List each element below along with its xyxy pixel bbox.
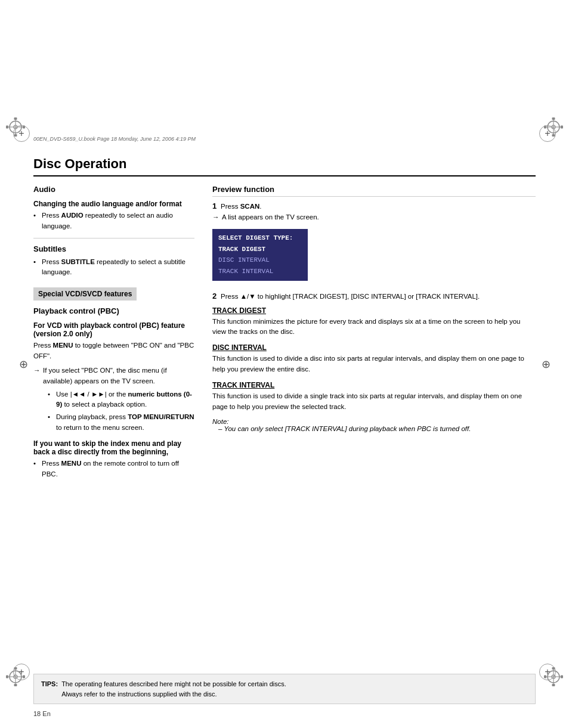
subtitles-bullet-list: Press SUBTITLE repeatedly to select a su… xyxy=(33,257,194,278)
playback-section: Playback control (PBC) For VCD with play… xyxy=(33,306,194,479)
pbc-sub-heading-1: For VCD with playback control (PBC) feat… xyxy=(33,321,194,338)
page-outer: ⊕ ⊕ 00EN_DVD-S659_U.book Page 18 Monday,… xyxy=(0,0,569,728)
audio-heading: Audio xyxy=(33,185,194,194)
tips-line-1: The operating features described here mi… xyxy=(61,679,286,689)
disc-interval-heading: DISC INTERVAL xyxy=(212,343,536,352)
track-digest-heading: TRACK DIGEST xyxy=(212,306,536,315)
svg-rect-4 xyxy=(14,117,17,120)
pbc-text-1: Press MENU to toggle between "PBC ON" an… xyxy=(33,340,194,362)
page-title-area: Disc Operation xyxy=(33,156,536,176)
reg-crosshair-tr xyxy=(539,125,556,142)
svg-rect-21 xyxy=(14,684,17,686)
col-right: Preview function 1 Press SCAN. A list ap… xyxy=(212,185,536,482)
col-left: Audio Changing the audio language and/or… xyxy=(33,185,194,482)
pbc-nested-list: Use |◄◄ / ►►| or the numeric buttons (0-… xyxy=(48,389,194,433)
step-1-arrow-item: A list appears on the TV screen. xyxy=(212,212,536,223)
step-1: 1 Press SCAN. A list appears on the TV s… xyxy=(212,202,536,287)
reg-crosshair-br xyxy=(539,664,556,680)
audio-bullet-list: Press AUDIO repeatedly to select an audi… xyxy=(33,210,194,232)
audio-section: Audio Changing the audio language and/or… xyxy=(33,185,194,232)
osd-line-3: DISC INTERVAL xyxy=(218,255,302,266)
svg-rect-22 xyxy=(6,676,8,679)
pbc-sub-heading-2: If you want to skip the index menu and p… xyxy=(33,439,194,456)
track-interval-text: This function is used to divide a single… xyxy=(212,391,536,413)
vcd-features-box: Special VCD/SVCD features xyxy=(33,287,137,301)
main-content: Disc Operation Audio Changing the audio … xyxy=(33,156,536,662)
center-mark-left: ⊕ xyxy=(18,359,29,370)
svg-rect-15 xyxy=(561,126,563,129)
pbc-arrow-item-1: If you select "PBC ON", the disc menu (i… xyxy=(33,365,194,433)
tips-line-2: Always refer to the instructions supplie… xyxy=(61,689,286,699)
step-1-arrow-list: A list appears on the TV screen. xyxy=(212,212,536,223)
note-section: Note: – You can only select [TRACK INTER… xyxy=(212,418,536,432)
track-digest-text: This function minimizes the picture for … xyxy=(212,317,536,338)
preview-heading: Preview function xyxy=(212,185,536,197)
svg-rect-29 xyxy=(552,684,555,686)
note-label: Note: xyxy=(212,418,536,425)
track-interval-section: TRACK INTERVAL This function is used to … xyxy=(212,381,536,413)
pbc-bullet-list-2: Press MENU on the remote control to turn… xyxy=(33,459,194,480)
audio-bullet-item-1: Press AUDIO repeatedly to select an audi… xyxy=(33,210,194,232)
subtitles-section: Subtitles Press SUBTITLE repeatedly to s… xyxy=(33,244,194,278)
track-digest-section: TRACK DIGEST This function minimizes the… xyxy=(212,306,536,338)
tips-text: The operating features described here mi… xyxy=(61,679,286,699)
svg-rect-31 xyxy=(561,676,563,679)
reg-crosshair-bl xyxy=(13,664,30,680)
svg-rect-6 xyxy=(6,126,8,129)
note-dash-text: You can only select [TRACK INTERVAL] dur… xyxy=(224,425,471,432)
subtitles-heading: Subtitles xyxy=(33,244,194,253)
disc-interval-text: This function is used to divide a disc i… xyxy=(212,354,536,375)
osd-line-1: SELECT DIGEST TYPE: xyxy=(218,233,302,244)
pbc-arrow-list: If you select "PBC ON", the disc menu (i… xyxy=(33,365,194,433)
two-col-layout: Audio Changing the audio language and/or… xyxy=(33,185,536,482)
reg-crosshair-tl xyxy=(13,125,30,142)
osd-line-4: TRACK INTERVAL xyxy=(218,266,302,277)
pbc-bullet-item-2: Press MENU on the remote control to turn… xyxy=(33,459,194,480)
step-2: 2 Press ▲/▼ to highlight [TRACK DIGEST],… xyxy=(212,292,536,301)
track-interval-heading: TRACK INTERVAL xyxy=(212,381,536,389)
file-info: 00EN_DVD-S659_U.book Page 18 Monday, Jun… xyxy=(33,136,196,142)
step-1-text: Press SCAN. xyxy=(219,203,262,210)
pbc-nested-item-1: Use |◄◄ / ►►| or the numeric buttons (0-… xyxy=(48,389,194,411)
tips-box: TIPS: The operating features described h… xyxy=(33,674,536,704)
svg-rect-12 xyxy=(552,117,555,120)
osd-line-2: TRACK DIGEST xyxy=(218,244,302,255)
osd-display-box: SELECT DIGEST TYPE: TRACK DIGEST DISC IN… xyxy=(212,229,308,281)
pbc-nested-item-2: During playback, press TOP MENU/RETURN t… xyxy=(48,412,194,433)
center-mark-right: ⊕ xyxy=(540,359,551,370)
note-text: – You can only select [TRACK INTERVAL] d… xyxy=(212,425,536,432)
tips-label: TIPS: xyxy=(41,679,58,699)
disc-interval-section: DISC INTERVAL This function is used to d… xyxy=(212,343,536,375)
audio-sub-heading: Changing the audio language and/or forma… xyxy=(33,200,194,208)
subtitles-bullet-item-1: Press SUBTITLE repeatedly to select a su… xyxy=(33,257,194,278)
page-title: Disc Operation xyxy=(33,156,126,171)
audio-divider xyxy=(33,238,194,238)
playback-heading: Playback control (PBC) xyxy=(33,306,194,315)
step-2-text: Press ▲/▼ to highlight [TRACK DIGEST], [… xyxy=(219,293,480,300)
step-1-num: 1 xyxy=(212,202,217,210)
step-2-num: 2 xyxy=(212,292,217,301)
page-number: 18 En xyxy=(33,710,51,717)
